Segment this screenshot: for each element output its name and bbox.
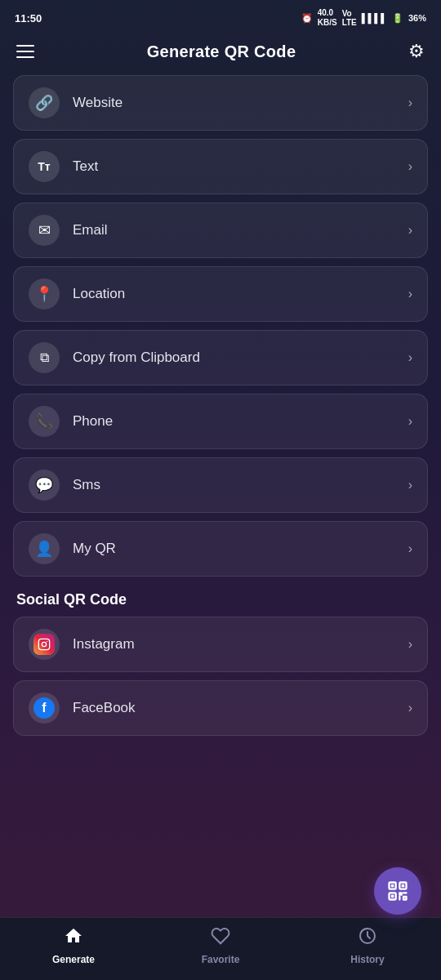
chevron-icon: ›	[408, 350, 412, 365]
instagram-label: Instagram	[73, 636, 408, 653]
phone-icon: 📞	[29, 406, 60, 437]
favorite-icon	[211, 926, 230, 951]
favorite-nav-label: Favorite	[202, 954, 240, 965]
chevron-icon: ›	[408, 223, 412, 238]
menu-item-clipboard[interactable]: ⧉ Copy from Clipboard ›	[13, 330, 428, 385]
menu-item-email[interactable]: ✉ Email ›	[13, 203, 428, 258]
home-icon	[64, 926, 83, 951]
battery-level: 36%	[408, 13, 426, 23]
clipboard-icon: ⧉	[29, 342, 60, 373]
instagram-icon	[29, 629, 60, 660]
chevron-icon: ›	[408, 287, 412, 301]
history-icon	[358, 926, 377, 951]
email-icon: ✉	[29, 215, 60, 246]
website-label: Website	[73, 95, 408, 111]
text-label: Text	[73, 158, 408, 175]
qr-scanner-fab[interactable]	[374, 867, 421, 915]
website-icon: 🔗	[29, 87, 60, 118]
volte-icon: VoLTE	[342, 9, 357, 27]
status-bar: 11:50 ⏰ 40.0KB/S VoLTE ▌▌▌▌ 🔋 36%	[0, 0, 441, 33]
menu-item-instagram[interactable]: Instagram ›	[13, 617, 428, 672]
chevron-icon: ›	[408, 701, 412, 715]
main-menu-list: 🔗 Website › Тт Text › ✉ Email › 📍 Locati…	[0, 75, 441, 577]
qr-scan-icon	[386, 880, 409, 902]
nav-generate[interactable]: Generate	[0, 926, 147, 965]
page-title: Generate QR Code	[147, 42, 296, 61]
menu-item-sms[interactable]: 💬 Sms ›	[13, 457, 428, 513]
social-menu-list: Instagram › f FaceBook ›	[0, 617, 441, 736]
svg-rect-8	[391, 895, 394, 898]
sms-icon: 💬	[29, 470, 60, 501]
generate-nav-label: Generate	[52, 954, 95, 965]
data-speed: 40.0KB/S	[318, 8, 337, 28]
chevron-icon: ›	[408, 541, 412, 556]
svg-point-2	[47, 641, 47, 642]
facebook-label: FaceBook	[73, 700, 408, 716]
facebook-icon: f	[29, 693, 60, 724]
sms-label: Sms	[73, 477, 408, 493]
location-icon: 📍	[29, 278, 60, 310]
menu-button[interactable]	[16, 45, 34, 58]
myqr-label: My QR	[73, 541, 408, 557]
svg-rect-7	[402, 884, 405, 888]
svg-rect-6	[391, 884, 394, 888]
menu-item-text[interactable]: Тт Text ›	[13, 139, 428, 194]
history-nav-label: History	[350, 954, 384, 965]
text-icon: Тт	[29, 151, 60, 182]
battery-icon: 🔋	[392, 13, 403, 24]
phone-label: Phone	[73, 413, 408, 430]
settings-icon[interactable]: ⚙	[408, 41, 425, 62]
chevron-icon: ›	[408, 478, 412, 492]
menu-item-facebook[interactable]: f FaceBook ›	[13, 680, 428, 736]
nav-favorite[interactable]: Favorite	[147, 926, 294, 965]
menu-item-myqr[interactable]: 👤 My QR ›	[13, 521, 428, 577]
chevron-icon: ›	[408, 637, 412, 652]
menu-item-website[interactable]: 🔗 Website ›	[13, 75, 428, 131]
menu-item-phone[interactable]: 📞 Phone ›	[13, 394, 428, 449]
email-label: Email	[73, 222, 408, 238]
menu-item-location[interactable]: 📍 Location ›	[13, 266, 428, 322]
myqr-icon: 👤	[29, 533, 60, 564]
status-icons: ⏰ 40.0KB/S VoLTE ▌▌▌▌ 🔋 36%	[301, 8, 426, 28]
time: 11:50	[15, 12, 42, 24]
clipboard-label: Copy from Clipboard	[73, 350, 408, 366]
svg-point-1	[42, 642, 46, 646]
instagram-logo	[33, 634, 55, 655]
facebook-logo: f	[33, 697, 55, 719]
social-section-title: Social QR Code	[0, 577, 441, 617]
signal-icon: ▌▌▌▌	[362, 13, 387, 23]
nav-history[interactable]: History	[294, 926, 441, 965]
chevron-icon: ›	[408, 159, 412, 174]
svg-rect-0	[38, 639, 49, 649]
bottom-navigation: Generate Favorite History	[0, 917, 441, 980]
app-header: Generate QR Code ⚙	[0, 33, 441, 75]
alarm-icon: ⏰	[301, 13, 313, 24]
chevron-icon: ›	[408, 414, 412, 429]
location-label: Location	[73, 286, 408, 302]
chevron-icon: ›	[408, 96, 412, 110]
